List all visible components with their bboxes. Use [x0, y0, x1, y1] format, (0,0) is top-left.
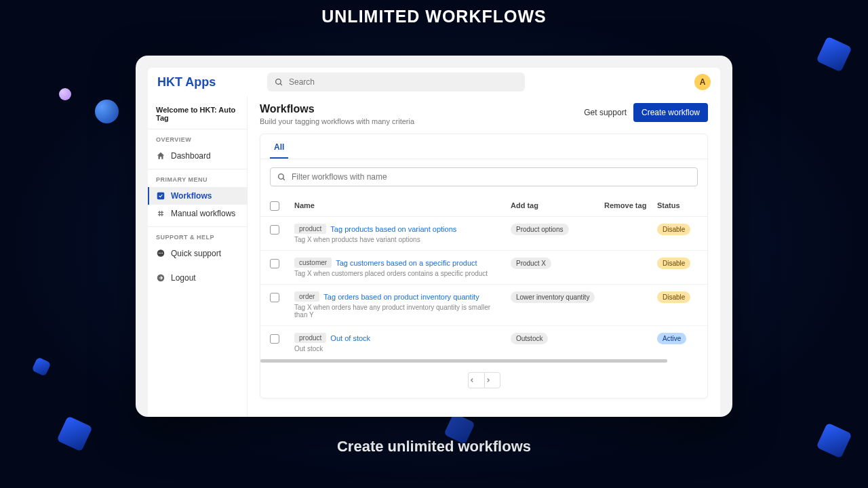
main-content: Workflows Build your tagging workflows w… [248, 96, 720, 417]
type-badge: product [294, 333, 326, 343]
add-tag-pill: Product X [511, 258, 551, 269]
svg-rect-2 [157, 192, 165, 200]
row-checkbox[interactable] [270, 225, 279, 235]
col-status: Status [657, 201, 698, 209]
sidebar-item-label: Dashboard [171, 151, 211, 161]
home-icon [156, 151, 165, 161]
svg-line-1 [280, 83, 282, 85]
brand-logo: HKT Apps [157, 75, 259, 89]
add-tag-pill: Outstock [511, 333, 548, 344]
prev-page-button[interactable] [468, 372, 484, 388]
table-row: order Tag orders based on product invent… [260, 285, 707, 326]
chat-icon [156, 249, 165, 258]
sidebar-heading-overview: OVERVIEW [148, 136, 247, 147]
filter-field[interactable] [270, 167, 698, 186]
sidebar-item-label: Logout [171, 273, 196, 283]
select-all-checkbox[interactable] [270, 201, 279, 211]
row-checkbox[interactable] [270, 293, 279, 302]
svg-point-12 [279, 174, 284, 179]
status-badge: Active [657, 333, 686, 344]
workflow-desc: Out stock [294, 345, 505, 352]
row-checkbox[interactable] [270, 259, 279, 268]
search-field[interactable] [267, 73, 525, 92]
status-badge: Disable [657, 258, 690, 269]
sidebar-item-label: Workflows [171, 191, 212, 201]
avatar[interactable]: A [694, 74, 711, 90]
welcome-text: Welcome to HKT: Auto Tag [148, 103, 247, 129]
topbar: HKT Apps A [148, 68, 720, 96]
svg-point-8 [159, 253, 159, 253]
page-subtitle: Build your tagging workflows with many c… [260, 117, 414, 125]
table-row: customer Tag customers based on a specif… [260, 251, 707, 285]
row-checkbox[interactable] [270, 334, 279, 344]
table-row: product Tag products based on variant op… [260, 217, 707, 251]
workflows-panel: All Name Add tag Remove tag [260, 134, 708, 399]
table-row: product Out of stock Out stock Outstock … [260, 326, 707, 359]
type-badge: customer [294, 258, 332, 268]
workflow-desc: Tag X when orders have any product inven… [294, 304, 505, 319]
sidebar-heading-primary: PRIMARY MENU [148, 176, 247, 187]
hash-icon [156, 209, 165, 218]
add-tag-pill: Lower inventory quantity [511, 291, 595, 303]
sidebar-item-manual[interactable]: Manual workflows [148, 205, 247, 222]
add-tag-pill: Product options [511, 224, 569, 235]
sidebar-heading-support: SUPPORT & HELP [148, 234, 247, 245]
col-remove-tag: Remove tag [604, 201, 652, 209]
workflow-link[interactable]: Tag customers based on a specific produc… [336, 259, 477, 267]
app-window: HKT Apps A Welcome to HKT: Auto Tag OVER… [136, 56, 732, 417]
sidebar-item-workflows[interactable]: Workflows [148, 187, 247, 205]
search-icon [277, 173, 286, 182]
workflows-table: Name Add tag Remove tag Status product T… [260, 195, 707, 359]
status-badge: Disable [657, 224, 690, 235]
sidebar-item-label: Quick support [171, 249, 221, 258]
col-add-tag: Add tag [511, 201, 599, 209]
workflow-desc: Tag X when products have variant options [294, 236, 505, 243]
create-workflow-button[interactable]: Create workflow [633, 103, 708, 122]
pagination [260, 363, 707, 398]
get-support-link[interactable]: Get support [584, 108, 627, 117]
logout-icon [156, 273, 165, 283]
svg-point-10 [162, 253, 163, 253]
search-icon [274, 77, 283, 87]
workflow-link[interactable]: Out of stock [330, 334, 370, 342]
col-name: Name [294, 201, 505, 209]
type-badge: product [294, 224, 326, 234]
sidebar-item-label: Manual workflows [171, 209, 235, 218]
svg-line-13 [283, 178, 285, 180]
sidebar-item-dashboard[interactable]: Dashboard [148, 147, 247, 165]
workflow-link[interactable]: Tag products based on variant options [330, 225, 456, 233]
svg-point-0 [275, 79, 281, 84]
hero-title: UNLIMITED WORKFLOWS [0, 7, 868, 26]
check-icon [156, 191, 165, 201]
tab-all[interactable]: All [270, 138, 288, 159]
sidebar: Welcome to HKT: Auto Tag OVERVIEW Dashbo… [148, 96, 248, 417]
search-input[interactable] [289, 77, 518, 87]
workflow-link[interactable]: Tag orders based on product inventory qu… [323, 293, 479, 301]
page-title: Workflows [260, 103, 414, 115]
sidebar-item-support[interactable]: Quick support [148, 245, 247, 262]
filter-input[interactable] [292, 172, 690, 182]
sidebar-item-logout[interactable]: Logout [148, 269, 247, 287]
hero-subtitle: Create unlimited workflows [0, 438, 868, 455]
workflow-desc: Tag X when customers placed orders conta… [294, 270, 505, 277]
svg-point-9 [160, 253, 161, 253]
type-badge: order [294, 291, 319, 302]
next-page-button[interactable] [484, 372, 500, 388]
status-badge: Disable [657, 291, 690, 303]
